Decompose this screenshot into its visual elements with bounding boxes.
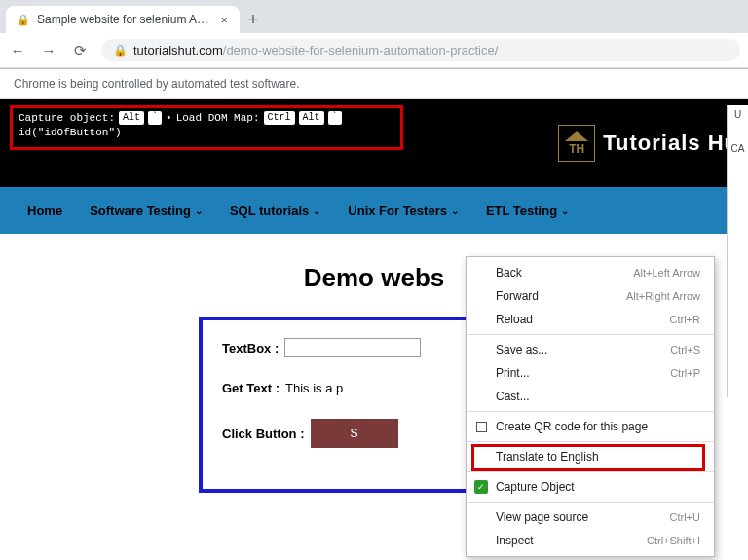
forward-button[interactable]: → (39, 41, 58, 60)
gettext-label: Get Text : (222, 381, 280, 395)
menu-separator (467, 502, 714, 503)
menu-cast[interactable]: Cast... (467, 385, 714, 408)
locator-text: id("idOfButton") (19, 127, 394, 138)
menu-capture-object[interactable]: ✓Capture Object (467, 475, 714, 499)
extensions-side-panel: U CA (727, 105, 748, 397)
infobar-text: Chrome is being controlled by automated … (14, 77, 299, 91)
automation-infobar: Chrome is being controlled by automated … (0, 69, 748, 99)
textbox-label: TextBox : (222, 341, 279, 355)
chevron-down-icon: ⌄ (451, 205, 459, 216)
capture-object-label: Capture object: (19, 112, 115, 124)
menu-back[interactable]: BackAlt+Left Arrow (467, 261, 714, 284)
chevron-down-icon: ⌄ (195, 205, 203, 216)
favicon-icon: 🔒 (16, 12, 31, 27)
bullet: • (166, 112, 172, 124)
backtick-key-2: ` (328, 111, 342, 125)
click-button[interactable]: S (311, 419, 398, 448)
menu-forward[interactable]: ForwardAlt+Right Arrow (467, 284, 714, 308)
menu-reload[interactable]: ReloadCtrl+R (467, 308, 714, 331)
menu-print[interactable]: Print...Ctrl+P (467, 361, 714, 385)
reload-button[interactable]: ⟳ (70, 41, 90, 60)
menu-separator (467, 441, 714, 442)
address-bar[interactable]: 🔒 tutorialshut.com/demo-website-for-sele… (101, 39, 740, 61)
browser-chrome: 🔒 Sample website for selenium Au... × + … (0, 0, 748, 69)
browser-toolbar: ← → ⟳ 🔒 tutorialshut.com/demo-website-fo… (0, 33, 748, 68)
alt-key: Alt (119, 111, 144, 125)
menu-translate[interactable]: Translate to English (467, 445, 714, 468)
menu-separator (467, 411, 714, 412)
nav-software-testing[interactable]: Software Testing⌄ (90, 204, 203, 218)
logo-badge: TH (558, 125, 595, 162)
nav-home[interactable]: Home (27, 204, 62, 218)
menu-separator (467, 334, 714, 335)
lock-icon: 🔒 (113, 44, 128, 57)
context-menu: BackAlt+Left Arrow ForwardAlt+Right Arro… (466, 256, 715, 557)
close-tab-icon[interactable]: × (218, 13, 230, 27)
side-u: U (734, 109, 741, 120)
capture-extension-icon: ✓ (474, 480, 488, 494)
main-nav: Home Software Testing⌄ SQL tutorials⌄ Un… (0, 187, 748, 234)
nav-unix-for-testers[interactable]: Unix For Testers⌄ (348, 204, 459, 218)
nav-etl-testing[interactable]: ETL Testing⌄ (486, 204, 569, 218)
capture-bar: Capture object: Alt ` • Load DOM Map: Ct… (13, 108, 400, 147)
clickbutton-label: Click Button : (222, 427, 305, 441)
menu-view-source[interactable]: View page sourceCtrl+U (467, 505, 714, 529)
browser-tab[interactable]: 🔒 Sample website for selenium Au... × (6, 6, 240, 33)
tab-title: Sample website for selenium Au... (37, 13, 212, 26)
back-button[interactable]: ← (8, 41, 27, 60)
nav-sql-tutorials[interactable]: SQL tutorials⌄ (230, 204, 320, 218)
textbox-input[interactable] (284, 338, 421, 357)
menu-create-qr[interactable]: Create QR code for this page (467, 415, 714, 438)
logo-th-text: TH (569, 142, 584, 156)
logo-triangle-icon (565, 131, 588, 141)
alt-key-2: Alt (299, 111, 324, 125)
menu-save-as[interactable]: Save as...Ctrl+S (467, 338, 714, 361)
page-title: Demo webs (304, 263, 445, 293)
brand-text: Tutorials Hu (603, 131, 738, 156)
url-text: tutorialshut.com/demo-website-for-seleni… (133, 43, 498, 57)
menu-separator (467, 471, 714, 472)
tab-bar: 🔒 Sample website for selenium Au... × + (0, 0, 748, 33)
new-tab-button[interactable]: + (240, 6, 267, 33)
menu-inspect[interactable]: InspectCtrl+Shift+I (467, 529, 714, 552)
side-ca: CA (731, 143, 745, 154)
chevron-down-icon: ⌄ (313, 205, 320, 216)
ctrl-key: Ctrl (264, 111, 295, 125)
chevron-down-icon: ⌄ (561, 205, 569, 216)
gettext-value: This is a p (285, 381, 343, 395)
backtick-key: ` (148, 111, 162, 125)
qr-icon (474, 420, 488, 433)
load-dom-label: Load DOM Map: (176, 112, 260, 124)
